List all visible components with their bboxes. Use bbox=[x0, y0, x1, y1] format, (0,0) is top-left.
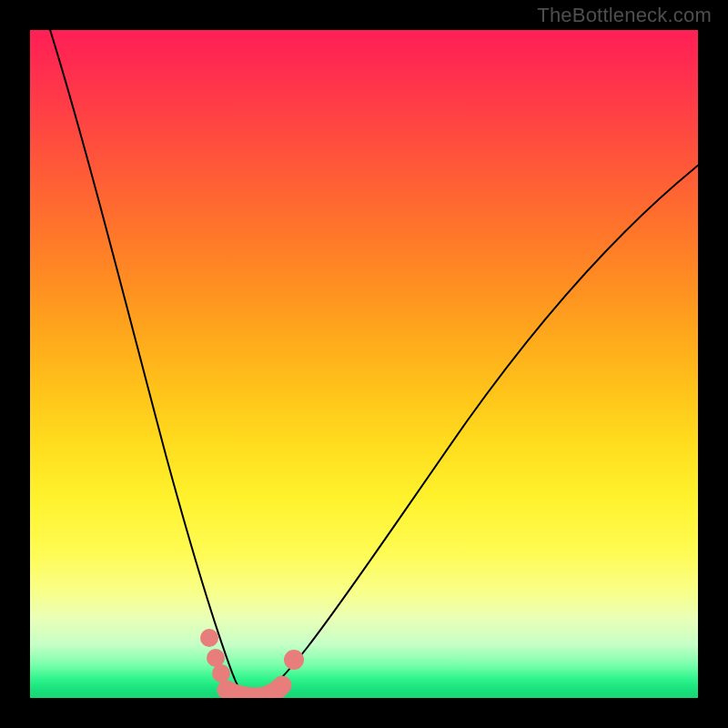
right-curve bbox=[258, 157, 698, 697]
marker-dot bbox=[207, 649, 225, 667]
curve-layer bbox=[30, 30, 698, 698]
chart-frame: TheBottleneck.com bbox=[0, 0, 728, 728]
marker-dot bbox=[284, 650, 304, 670]
marker-dot bbox=[212, 664, 230, 682]
plot-area bbox=[30, 30, 698, 698]
watermark-text: TheBottleneck.com bbox=[537, 4, 712, 27]
marker-segment-bottom bbox=[227, 685, 282, 697]
marker-dot bbox=[200, 629, 218, 647]
left-curve bbox=[47, 30, 247, 697]
